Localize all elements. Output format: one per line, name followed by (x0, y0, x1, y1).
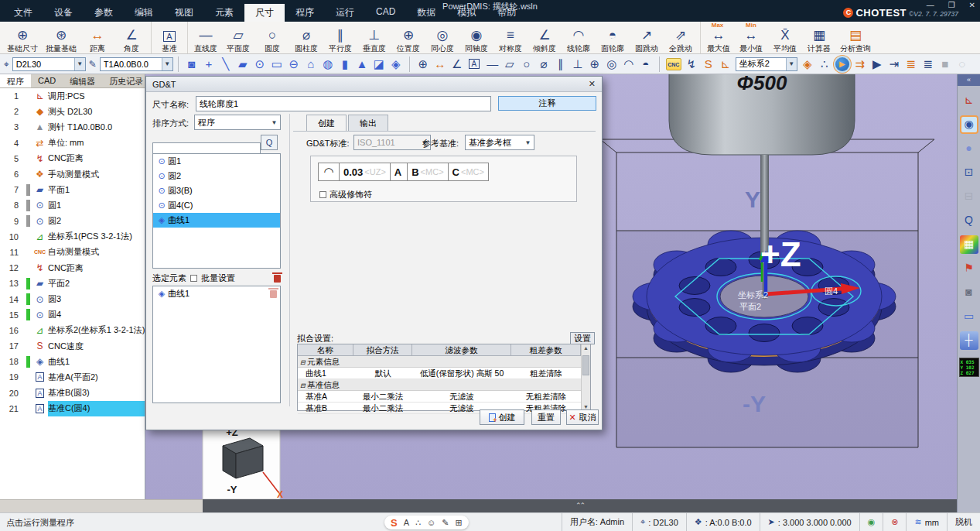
menu-item[interactable]: 视图 (164, 4, 204, 22)
angularity-icon[interactable]: ∠ 倾斜度 (528, 22, 562, 53)
element-list-item[interactable]: ◈ 曲线1 (153, 213, 280, 228)
datum-icon[interactable]: A 基准 (151, 22, 185, 53)
tree-row[interactable]: 14 ⊙ 圆3 (0, 291, 145, 307)
batch-run-alt-icon[interactable]: ≣ (920, 55, 937, 74)
plane-icon[interactable]: ▰ (234, 55, 251, 74)
chevron-down-icon[interactable]: ▼ (522, 139, 534, 146)
selected-element-item[interactable]: ◈ 曲线1 (153, 286, 280, 301)
run-from-cursor-icon[interactable]: ⇉ (852, 55, 869, 74)
tree-row[interactable]: 21 A 基准C(圆4) (0, 401, 145, 416)
ime-grid-icon[interactable]: ⊞ (455, 518, 462, 528)
probe-speed-icon[interactable]: S (700, 55, 717, 74)
ime-mode-icon[interactable]: A (404, 518, 409, 527)
perpendicularity-icon[interactable]: ⊥ 垂直度 (357, 22, 391, 53)
concentricity-icon[interactable]: ◎ (603, 55, 620, 74)
sidebar-tab[interactable]: 历史记录 (102, 74, 150, 87)
view-eye-icon[interactable]: ◉ (960, 115, 978, 134)
tree-row[interactable]: 5 ↯ CNC距离 (0, 151, 145, 166)
symmetry-icon[interactable]: ≡ 对称度 (493, 22, 528, 53)
chevron-down-icon[interactable]: ▼ (786, 58, 797, 70)
basic-dimension-icon[interactable]: ⊕ (415, 55, 432, 74)
ime-pen-icon[interactable]: ✎ (442, 518, 449, 528)
ime-emoji-icon[interactable]: ☺ (427, 518, 435, 527)
batch-settings-checkbox[interactable] (190, 275, 197, 282)
create-button[interactable]: 创建 (480, 409, 524, 425)
route-points-icon[interactable]: ∴ (816, 55, 833, 74)
line-profile-icon[interactable]: ◠ (620, 55, 637, 74)
menu-item[interactable]: 文件 (3, 4, 43, 22)
distance-icon[interactable]: ↔ 距离 (80, 22, 114, 53)
tolerance-cell[interactable]: 0.03 <UZ> (339, 163, 391, 181)
straightness-icon[interactable]: — (484, 55, 501, 74)
probe-angle-icon[interactable]: ↯ (683, 55, 700, 74)
scroll-up-icon[interactable]: ▲ (582, 345, 590, 351)
ref-datum-combo[interactable]: 基准参考框 ▼ (465, 135, 534, 150)
gdt-standard-combo[interactable]: ISO_1101 ▼ (353, 135, 431, 150)
fit-table-row[interactable]: ⊟ 曲线1 默认 低通(保留形状) 高斯 50 粗差清除 (298, 368, 590, 379)
temperature-status-segment[interactable]: ⊗ (883, 513, 906, 531)
tree-row[interactable]: 17 S CNC速度 (0, 338, 145, 354)
cylindricity-icon[interactable]: ⌀ (535, 55, 552, 74)
tree-row[interactable]: 4 ⇄ 单位: mm (0, 135, 145, 151)
cnc-mode-icon[interactable]: CNC (666, 58, 681, 70)
dimension-name-input[interactable] (196, 96, 491, 111)
menu-item[interactable]: 程序 (285, 4, 325, 22)
tree-row[interactable]: 10 ⊿ 坐标系1(PCS 3-2-1法) (0, 229, 145, 245)
chevron-down-icon[interactable]: ▼ (162, 58, 172, 70)
sogou-icon[interactable]: S (391, 517, 398, 529)
run-program-button[interactable]: ▶ (835, 57, 849, 71)
polygon-icon[interactable]: ⌂ (302, 55, 319, 74)
offline-segment[interactable]: 脱机 (947, 513, 980, 531)
menu-item[interactable]: 尺寸 (244, 4, 285, 22)
menu-item[interactable]: 运行 (325, 4, 365, 22)
tree-row[interactable]: 12 ↯ CNC距离 (0, 260, 145, 276)
average-icon[interactable]: X̄ 平均值 (768, 22, 802, 53)
element-list-item[interactable]: ⊙ 圆4(C) (153, 198, 280, 213)
parallelism-icon[interactable]: ∥ 平行度 (323, 22, 357, 53)
tree-row[interactable]: 1 ⊾ 调用:PCS (0, 88, 145, 104)
straightness-icon[interactable]: — 直线度 (187, 22, 221, 53)
dialog-close-button[interactable]: ✕ (589, 79, 596, 89)
frame-select-icon[interactable]: ⊡ (960, 163, 978, 182)
menu-item[interactable]: 设备 (43, 4, 84, 22)
batch-run-icon[interactable]: ≣ (903, 55, 920, 74)
calculator-icon[interactable]: ▦ 计算器 (802, 22, 836, 53)
datum-cell[interactable]: C <MC> (448, 163, 489, 181)
element-list-item[interactable]: ⊙ 圆3(B) (153, 183, 280, 198)
tree-row[interactable]: 3 ▲ 测针 T1A0.0B0.0 (0, 119, 145, 135)
perpendicularity-icon[interactable]: ⊥ (569, 55, 586, 74)
comment-button[interactable]: 注释 (498, 96, 596, 111)
line-icon[interactable]: ╲ (217, 55, 234, 74)
circularity-icon[interactable]: ○ (518, 55, 535, 74)
fit-table-row[interactable]: ⊟ 基准A 最小二乘法 无滤波 无粗差清除 (298, 391, 590, 403)
menu-item[interactable]: CAD (365, 4, 406, 22)
tree-row[interactable]: 19 A 基准A(平面2) (0, 369, 145, 385)
tree-row[interactable]: 13 ▰ 平面2 (0, 276, 145, 291)
stylus-combo[interactable]: T1A0.0B0.0▼ (100, 57, 173, 71)
dialog-title-bar[interactable]: GD&T ✕ (146, 77, 602, 92)
circularity-icon[interactable]: ○ 圆度 (255, 22, 289, 53)
circular-runout-icon[interactable]: ↗ 圆跳动 (630, 22, 664, 53)
distance-icon[interactable]: ↔ (432, 55, 449, 74)
table-scrollbar[interactable]: ▲ ▼ (581, 344, 590, 410)
batch-basic-icon[interactable]: ⊛ 批量基础 (42, 22, 80, 53)
position-icon[interactable]: ⊕ (586, 55, 603, 74)
datum-cell[interactable]: A (390, 163, 408, 181)
orientation-triad[interactable]: +Z -Y X (203, 424, 283, 499)
coaxiality-icon[interactable]: ◉ 同轴度 (459, 22, 493, 53)
collapse-icon[interactable]: ⊟ (300, 382, 307, 389)
probe-select-icon[interactable]: ⊟ (960, 187, 978, 206)
scroll-down-icon[interactable]: ▼ (582, 404, 590, 409)
dialog-tab[interactable]: 输出 (348, 115, 388, 132)
sidebar-tab[interactable]: 编辑器 (63, 74, 102, 87)
close-button[interactable]: ✕ (969, 0, 975, 11)
chevron-down-icon[interactable]: ▼ (74, 58, 85, 70)
element-collection-icon[interactable]: ◙ (183, 55, 200, 74)
position-icon[interactable]: ⊕ 位置度 (391, 22, 425, 53)
csys-pick-icon[interactable]: ⊾ (717, 55, 734, 74)
settings-button[interactable]: 设置 (570, 332, 595, 344)
circle-icon[interactable]: ⊙ (251, 55, 268, 74)
run-single-icon[interactable]: ▶ (869, 55, 886, 74)
collapse-icon[interactable]: ⊟ (300, 359, 307, 366)
concentricity-icon[interactable]: ◎ 同心度 (425, 22, 459, 53)
